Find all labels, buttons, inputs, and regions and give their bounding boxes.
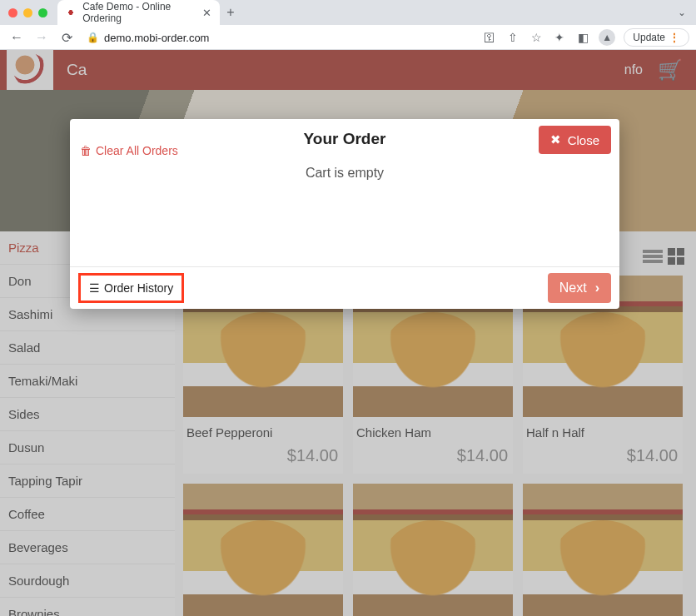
forward-button[interactable]: → [32,27,52,47]
window-close-button[interactable] [8,8,17,17]
tab-close-icon[interactable]: ✕ [202,7,211,19]
modal-body: Cart is empty [70,159,619,267]
clear-orders-label: Clear All Orders [96,144,178,157]
close-button[interactable]: ✖ Close [539,126,611,154]
close-icon: ✖ [550,132,561,147]
order-history-button[interactable]: ☰ Order History [82,277,180,299]
trash-icon: 🗑 [80,144,92,157]
update-label: Update [633,32,665,43]
window-zoom-button[interactable] [38,8,47,17]
modal-footer: ☰ Order History Next › [70,267,619,309]
tab-title: Cafe Demo - Online Ordering [82,1,196,24]
order-modal: Your Order 🗑 Clear All Orders ✖ Close Ca… [70,119,619,309]
modal-title: Your Order [304,130,386,148]
url-text: demo.mobi-order.com [104,32,209,44]
browser-tab[interactable]: Cafe Demo - Online Ordering ✕ [57,0,220,25]
window-controls [8,8,47,17]
back-button[interactable]: ← [7,27,27,47]
sidepanel-icon[interactable]: ◧ [575,31,590,44]
share-icon[interactable]: ⇧ [505,31,520,44]
close-label: Close [568,133,599,147]
reload-button[interactable]: ⟳ [57,27,77,47]
list-icon: ☰ [89,281,100,295]
profile-avatar[interactable]: ▲ [599,29,615,46]
address-bar: ← → ⟳ 🔒 demo.mobi-order.com ⚿ ⇧ ☆ ✦ ◧ ▲ … [0,25,696,50]
clear-orders-link[interactable]: 🗑 Clear All Orders [80,144,178,157]
chevron-right-icon: › [595,281,599,296]
order-history-label: Order History [104,281,173,295]
bookmark-icon[interactable]: ☆ [529,31,544,44]
window-minimize-button[interactable] [23,8,32,17]
tabs-overflow-icon[interactable]: ⌄ [678,7,686,18]
new-tab-button[interactable]: + [220,5,241,20]
menu-dots-icon: ⋮ [669,32,680,43]
next-button[interactable]: Next › [548,273,611,303]
lock-icon: 🔒 [87,32,99,43]
toolbar-right: ⚿ ⇧ ☆ ✦ ◧ ▲ Update ⋮ [482,28,689,47]
update-button[interactable]: Update ⋮ [624,28,689,47]
order-history-highlight: ☰ Order History [78,273,184,303]
extensions-icon[interactable]: ✦ [552,31,567,44]
cart-empty-text: Cart is empty [70,166,619,181]
next-label: Next [559,281,587,296]
modal-header: Your Order 🗑 Clear All Orders ✖ Close [70,119,619,159]
page: Ca nfo 🛒 Pizza Don Sashimi Salad Temaki/… [0,50,696,616]
tab-favicon [66,7,76,18]
key-icon[interactable]: ⚿ [482,31,497,44]
browser-chrome: Cafe Demo - Online Ordering ✕ + ⌄ ← → ⟳ … [0,0,696,50]
tab-bar: Cafe Demo - Online Ordering ✕ + ⌄ [0,0,696,25]
url-field[interactable]: 🔒 demo.mobi-order.com [87,32,209,44]
